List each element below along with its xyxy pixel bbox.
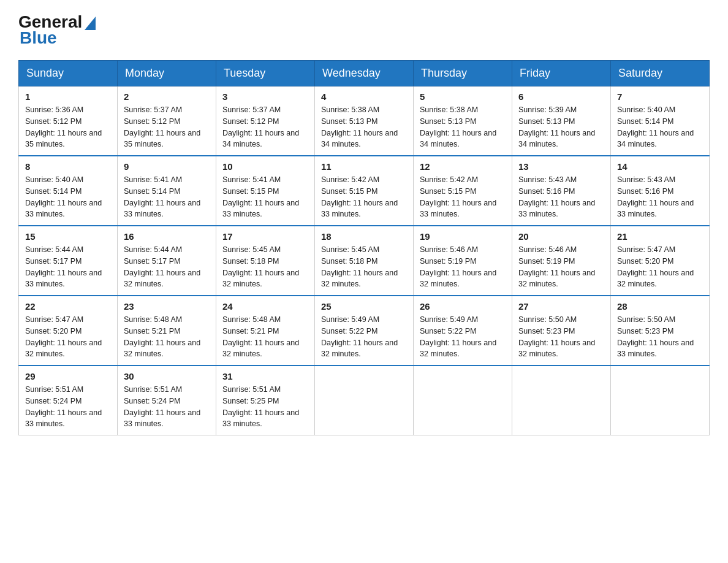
day-number: 6 bbox=[518, 91, 604, 102]
calendar-cell: 10 Sunrise: 5:41 AM Sunset: 5:15 PM Dayl… bbox=[216, 156, 315, 226]
day-number: 5 bbox=[420, 91, 506, 102]
day-info: Sunrise: 5:39 AM Sunset: 5:13 PM Dayligh… bbox=[518, 104, 604, 150]
day-number: 4 bbox=[321, 91, 407, 102]
logo-blue-text: Blue bbox=[20, 28, 57, 48]
calendar-cell: 3 Sunrise: 5:37 AM Sunset: 5:12 PM Dayli… bbox=[216, 86, 315, 156]
day-info: Sunrise: 5:38 AM Sunset: 5:13 PM Dayligh… bbox=[420, 104, 506, 150]
calendar-cell: 24 Sunrise: 5:48 AM Sunset: 5:21 PM Dayl… bbox=[216, 296, 315, 366]
calendar-week-row: 8 Sunrise: 5:40 AM Sunset: 5:14 PM Dayli… bbox=[19, 156, 710, 226]
calendar-week-row: 29 Sunrise: 5:51 AM Sunset: 5:24 PM Dayl… bbox=[19, 366, 710, 435]
calendar-cell bbox=[315, 366, 414, 435]
day-info: Sunrise: 5:49 AM Sunset: 5:22 PM Dayligh… bbox=[321, 314, 407, 360]
day-number: 23 bbox=[124, 301, 210, 312]
day-info: Sunrise: 5:50 AM Sunset: 5:23 PM Dayligh… bbox=[518, 314, 604, 360]
day-info: Sunrise: 5:36 AM Sunset: 5:12 PM Dayligh… bbox=[25, 104, 111, 150]
day-info: Sunrise: 5:43 AM Sunset: 5:16 PM Dayligh… bbox=[617, 174, 703, 220]
day-number: 8 bbox=[25, 161, 111, 172]
weekday-header-monday: Monday bbox=[118, 61, 216, 86]
calendar-cell: 18 Sunrise: 5:45 AM Sunset: 5:18 PM Dayl… bbox=[315, 226, 414, 296]
day-number: 19 bbox=[420, 231, 506, 242]
weekday-header-tuesday: Tuesday bbox=[216, 61, 315, 86]
calendar-week-row: 1 Sunrise: 5:36 AM Sunset: 5:12 PM Dayli… bbox=[19, 86, 710, 156]
day-info: Sunrise: 5:51 AM Sunset: 5:24 PM Dayligh… bbox=[25, 384, 111, 430]
weekday-header-friday: Friday bbox=[512, 61, 611, 86]
calendar-cell: 4 Sunrise: 5:38 AM Sunset: 5:13 PM Dayli… bbox=[315, 86, 414, 156]
day-number: 16 bbox=[124, 231, 210, 242]
calendar-cell bbox=[414, 366, 512, 435]
day-info: Sunrise: 5:48 AM Sunset: 5:21 PM Dayligh… bbox=[124, 314, 210, 360]
calendar-cell bbox=[512, 366, 611, 435]
day-info: Sunrise: 5:44 AM Sunset: 5:17 PM Dayligh… bbox=[124, 244, 210, 290]
calendar-cell: 26 Sunrise: 5:49 AM Sunset: 5:22 PM Dayl… bbox=[414, 296, 512, 366]
day-info: Sunrise: 5:42 AM Sunset: 5:15 PM Dayligh… bbox=[321, 174, 407, 220]
day-info: Sunrise: 5:42 AM Sunset: 5:15 PM Dayligh… bbox=[420, 174, 506, 220]
day-number: 31 bbox=[222, 371, 308, 381]
calendar-week-row: 22 Sunrise: 5:47 AM Sunset: 5:20 PM Dayl… bbox=[19, 296, 710, 366]
calendar-week-row: 15 Sunrise: 5:44 AM Sunset: 5:17 PM Dayl… bbox=[19, 226, 710, 296]
logo-triangle-icon bbox=[85, 17, 96, 30]
day-info: Sunrise: 5:46 AM Sunset: 5:19 PM Dayligh… bbox=[518, 244, 604, 290]
calendar-cell: 7 Sunrise: 5:40 AM Sunset: 5:14 PM Dayli… bbox=[611, 86, 710, 156]
day-info: Sunrise: 5:47 AM Sunset: 5:20 PM Dayligh… bbox=[617, 244, 703, 290]
calendar-cell: 25 Sunrise: 5:49 AM Sunset: 5:22 PM Dayl… bbox=[315, 296, 414, 366]
calendar-cell bbox=[611, 366, 710, 435]
page-header: General Blue bbox=[18, 12, 710, 48]
day-info: Sunrise: 5:48 AM Sunset: 5:21 PM Dayligh… bbox=[222, 314, 308, 360]
day-number: 20 bbox=[518, 231, 604, 242]
calendar-cell: 9 Sunrise: 5:41 AM Sunset: 5:14 PM Dayli… bbox=[118, 156, 216, 226]
calendar-cell: 11 Sunrise: 5:42 AM Sunset: 5:15 PM Dayl… bbox=[315, 156, 414, 226]
day-number: 25 bbox=[321, 301, 407, 312]
day-info: Sunrise: 5:51 AM Sunset: 5:25 PM Dayligh… bbox=[222, 384, 308, 430]
day-number: 7 bbox=[617, 91, 703, 102]
day-info: Sunrise: 5:49 AM Sunset: 5:22 PM Dayligh… bbox=[420, 314, 506, 360]
calendar-cell: 8 Sunrise: 5:40 AM Sunset: 5:14 PM Dayli… bbox=[19, 156, 118, 226]
day-number: 28 bbox=[617, 301, 703, 312]
calendar-cell: 23 Sunrise: 5:48 AM Sunset: 5:21 PM Dayl… bbox=[118, 296, 216, 366]
day-number: 2 bbox=[124, 91, 210, 102]
day-number: 13 bbox=[518, 161, 604, 172]
day-number: 30 bbox=[124, 371, 210, 381]
calendar-cell: 27 Sunrise: 5:50 AM Sunset: 5:23 PM Dayl… bbox=[512, 296, 611, 366]
calendar-cell: 14 Sunrise: 5:43 AM Sunset: 5:16 PM Dayl… bbox=[611, 156, 710, 226]
day-info: Sunrise: 5:45 AM Sunset: 5:18 PM Dayligh… bbox=[222, 244, 308, 290]
calendar-cell: 13 Sunrise: 5:43 AM Sunset: 5:16 PM Dayl… bbox=[512, 156, 611, 226]
day-info: Sunrise: 5:51 AM Sunset: 5:24 PM Dayligh… bbox=[124, 384, 210, 430]
day-number: 29 bbox=[25, 371, 111, 381]
day-number: 10 bbox=[222, 161, 308, 172]
calendar-cell: 2 Sunrise: 5:37 AM Sunset: 5:12 PM Dayli… bbox=[118, 86, 216, 156]
day-number: 14 bbox=[617, 161, 703, 172]
calendar-cell: 6 Sunrise: 5:39 AM Sunset: 5:13 PM Dayli… bbox=[512, 86, 611, 156]
day-info: Sunrise: 5:46 AM Sunset: 5:19 PM Dayligh… bbox=[420, 244, 506, 290]
day-info: Sunrise: 5:37 AM Sunset: 5:12 PM Dayligh… bbox=[124, 104, 210, 150]
day-number: 18 bbox=[321, 231, 407, 242]
day-info: Sunrise: 5:44 AM Sunset: 5:17 PM Dayligh… bbox=[25, 244, 111, 290]
calendar-cell: 29 Sunrise: 5:51 AM Sunset: 5:24 PM Dayl… bbox=[19, 366, 118, 435]
day-number: 3 bbox=[222, 91, 308, 102]
day-number: 11 bbox=[321, 161, 407, 172]
day-info: Sunrise: 5:47 AM Sunset: 5:20 PM Dayligh… bbox=[25, 314, 111, 360]
calendar-cell: 16 Sunrise: 5:44 AM Sunset: 5:17 PM Dayl… bbox=[118, 226, 216, 296]
calendar-cell: 22 Sunrise: 5:47 AM Sunset: 5:20 PM Dayl… bbox=[19, 296, 118, 366]
day-info: Sunrise: 5:40 AM Sunset: 5:14 PM Dayligh… bbox=[617, 104, 703, 150]
day-info: Sunrise: 5:37 AM Sunset: 5:12 PM Dayligh… bbox=[222, 104, 308, 150]
calendar-table: SundayMondayTuesdayWednesdayThursdayFrid… bbox=[18, 60, 710, 435]
day-info: Sunrise: 5:38 AM Sunset: 5:13 PM Dayligh… bbox=[321, 104, 407, 150]
calendar-cell: 31 Sunrise: 5:51 AM Sunset: 5:25 PM Dayl… bbox=[216, 366, 315, 435]
day-info: Sunrise: 5:41 AM Sunset: 5:15 PM Dayligh… bbox=[222, 174, 308, 220]
weekday-header-wednesday: Wednesday bbox=[315, 61, 414, 86]
calendar-cell: 12 Sunrise: 5:42 AM Sunset: 5:15 PM Dayl… bbox=[414, 156, 512, 226]
logo: General Blue bbox=[18, 12, 96, 48]
day-number: 27 bbox=[518, 301, 604, 312]
day-number: 9 bbox=[124, 161, 210, 172]
calendar-cell: 28 Sunrise: 5:50 AM Sunset: 5:23 PM Dayl… bbox=[611, 296, 710, 366]
weekday-header-thursday: Thursday bbox=[414, 61, 512, 86]
calendar-cell: 30 Sunrise: 5:51 AM Sunset: 5:24 PM Dayl… bbox=[118, 366, 216, 435]
day-number: 21 bbox=[617, 231, 703, 242]
day-number: 12 bbox=[420, 161, 506, 172]
day-number: 17 bbox=[222, 231, 308, 242]
calendar-cell: 19 Sunrise: 5:46 AM Sunset: 5:19 PM Dayl… bbox=[414, 226, 512, 296]
calendar-cell: 15 Sunrise: 5:44 AM Sunset: 5:17 PM Dayl… bbox=[19, 226, 118, 296]
day-info: Sunrise: 5:43 AM Sunset: 5:16 PM Dayligh… bbox=[518, 174, 604, 220]
day-info: Sunrise: 5:50 AM Sunset: 5:23 PM Dayligh… bbox=[617, 314, 703, 360]
day-number: 15 bbox=[25, 231, 111, 242]
